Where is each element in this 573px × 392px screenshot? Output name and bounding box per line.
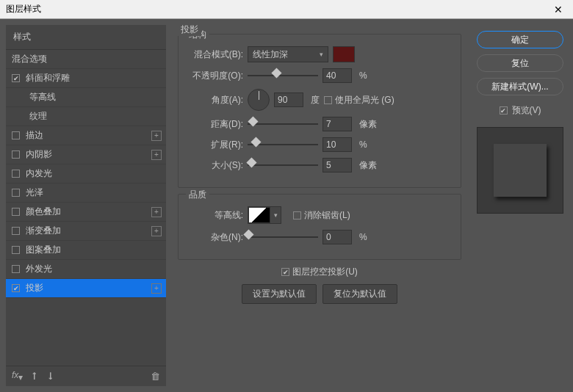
style-label: 斜面和浮雕 [26,72,70,84]
style-item-8[interactable]: 渐变叠加+ [6,222,166,241]
shadow-color-swatch[interactable] [333,46,355,62]
titlebar: 图层样式 ✕ [0,0,573,19]
up-icon[interactable]: 🠕 [30,371,39,382]
chevron-down-icon: ▾ [270,207,281,223]
add-effect-icon[interactable]: + [151,131,162,141]
styles-header: 样式 [6,25,166,50]
quality-group: 品质 等高线: ▾ 消除锯齿(L) 杂色(N): % [178,194,461,260]
add-effect-icon[interactable]: + [151,207,162,217]
contour-picker[interactable]: ▾ [248,206,281,224]
styles-panel: 样式 混合选项 斜面和浮雕等高线纹理描边+内阴影+内发光光泽颜色叠加+渐变叠加+… [6,25,166,386]
style-item-7[interactable]: 颜色叠加+ [6,203,166,222]
global-light-checkbox[interactable]: 使用全局光 (G) [324,94,394,106]
size-slider[interactable] [248,159,318,171]
add-effect-icon[interactable]: + [151,283,162,294]
add-effect-icon[interactable]: + [151,150,162,160]
fx-menu[interactable]: fx▾ [12,370,23,382]
style-checkbox[interactable] [12,150,20,159]
style-item-5[interactable]: 内发光 [6,164,166,184]
style-checkbox[interactable] [12,74,20,82]
chevron-down-icon: ▾ [320,51,323,58]
blend-mode-label: 混合模式(B): [187,48,243,61]
style-checkbox[interactable] [12,265,20,273]
action-panel: 确定 复位 新建样式(W)... 预览(V) [473,25,567,386]
settings-panel: 投影 结构 混合模式(B): 线性加深▾ 不透明度(O): % 角度(A): [172,25,467,386]
style-checkbox[interactable] [12,227,20,235]
style-checkbox[interactable] [12,284,20,292]
preview-checkbox[interactable]: 预览(V) [500,104,541,117]
style-label: 内发光 [26,167,52,180]
style-label: 外发光 [26,263,52,275]
reset-default-button[interactable]: 复位为默认值 [322,284,397,304]
make-default-button[interactable]: 设置为默认值 [242,284,317,304]
blend-mode-dropdown[interactable]: 线性加深▾ [248,46,328,62]
style-checkbox[interactable] [12,208,20,216]
cancel-button[interactable]: 复位 [477,54,563,72]
new-style-button[interactable]: 新建样式(W)... [477,78,563,95]
style-item-0[interactable]: 斜面和浮雕 [6,69,166,88]
style-label: 颜色叠加 [26,206,61,218]
style-label: 投影 [26,282,43,294]
style-item-2[interactable]: 纹理 [6,107,166,126]
style-label: 图案叠加 [26,244,61,256]
add-effect-icon[interactable]: + [151,226,162,236]
style-item-9[interactable]: 图案叠加 [6,241,166,260]
style-item-11[interactable]: 投影+ [6,279,166,298]
distance-input[interactable] [322,117,352,131]
structure-group: 结构 混合模式(B): 线性加深▾ 不透明度(O): % 角度(A): 度 使用… [178,34,461,188]
dialog-body: 样式 混合选项 斜面和浮雕等高线纹理描边+内阴影+内发光光泽颜色叠加+渐变叠加+… [0,19,573,392]
style-label: 等高线 [29,91,56,104]
style-label: 光泽 [26,186,43,199]
noise-input[interactable] [322,230,352,244]
spread-slider[interactable] [248,139,318,150]
panel-title: 投影 [178,23,201,36]
window-title: 图层样式 [6,3,41,15]
style-label: 内阴影 [26,148,52,161]
style-item-6[interactable]: 光泽 [6,184,166,203]
knockout-checkbox[interactable]: 图层挖空投影(U) [281,266,358,278]
noise-slider[interactable] [248,231,318,243]
ok-button[interactable]: 确定 [477,31,563,48]
opacity-slider[interactable] [248,70,318,81]
style-checkbox[interactable] [12,170,20,178]
styles-footer: fx▾ 🠕 🠗 🗑 [6,366,166,386]
blending-options[interactable]: 混合选项 [6,50,166,69]
close-button[interactable]: ✕ [544,0,573,19]
style-checkbox[interactable] [12,246,20,254]
angle-dial[interactable] [248,89,270,111]
style-item-10[interactable]: 外发光 [6,260,166,279]
opacity-input[interactable] [322,68,352,83]
style-item-1[interactable]: 等高线 [6,88,166,107]
style-item-3[interactable]: 描边+ [6,126,166,145]
spread-input[interactable] [322,137,352,152]
trash-icon[interactable]: 🗑 [151,371,160,382]
styles-list: 混合选项 斜面和浮雕等高线纹理描边+内阴影+内发光光泽颜色叠加+渐变叠加+图案叠… [6,50,166,366]
distance-slider[interactable] [248,118,318,130]
angle-input[interactable] [274,92,303,107]
style-label: 渐变叠加 [26,225,61,237]
antialias-checkbox[interactable]: 消除锯齿(L) [293,209,350,222]
preview-thumbnail [477,127,563,214]
style-item-4[interactable]: 内阴影+ [6,145,166,164]
style-checkbox[interactable] [12,131,20,139]
style-checkbox[interactable] [12,189,20,197]
style-label: 纹理 [29,110,47,123]
style-label: 描边 [26,129,43,142]
size-input[interactable] [322,158,352,173]
down-icon[interactable]: 🠗 [46,371,55,382]
